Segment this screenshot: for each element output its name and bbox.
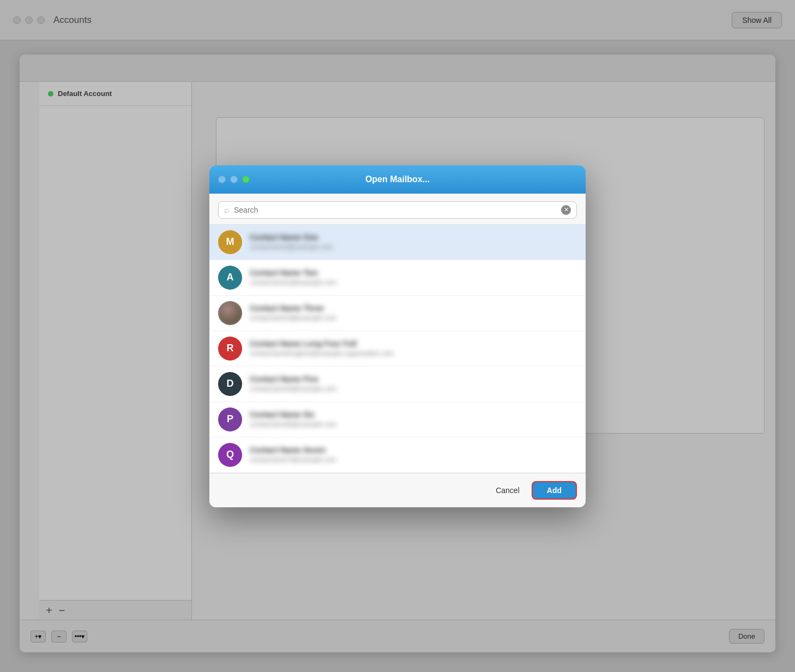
- dialog-maximize-button[interactable]: [242, 176, 250, 183]
- contact-info: Contact Name Three contactname3@example.…: [250, 304, 336, 322]
- dialog-footer: Cancel Add: [209, 473, 586, 507]
- contact-name: Contact Name Six: [250, 410, 336, 419]
- avatar: R: [218, 337, 242, 361]
- contact-item[interactable]: P Contact Name Six contactname6@example.…: [209, 402, 586, 437]
- contact-item[interactable]: A Contact Name Two contactname2@example.…: [209, 260, 586, 296]
- contact-list: M Contact Name One contactname@example.c…: [209, 225, 586, 473]
- contact-name: Contact Name Two: [250, 268, 336, 277]
- search-box: ⌕ ✕: [218, 201, 577, 219]
- dialog-minimize-button[interactable]: [230, 176, 238, 183]
- contact-email: contactname3@example.com: [250, 314, 336, 322]
- contact-item[interactable]: M Contact Name One contactname@example.c…: [209, 225, 586, 260]
- avatar: D: [218, 372, 242, 396]
- contact-email: contactname6@example.com: [250, 421, 336, 428]
- contact-name: Contact Name Five: [250, 375, 336, 383]
- search-icon: ⌕: [224, 205, 230, 215]
- avatar: [218, 301, 242, 325]
- avatar: A: [218, 266, 242, 290]
- contact-email: contactname2@example.com: [250, 279, 336, 286]
- cancel-button[interactable]: Cancel: [489, 483, 526, 498]
- contact-item[interactable]: Q Contact Name Seven contactname7@exampl…: [209, 437, 586, 473]
- contact-name: Contact Name Seven: [250, 446, 336, 454]
- add-button[interactable]: Add: [532, 481, 577, 500]
- dialog-close-button[interactable]: [218, 176, 226, 183]
- avatar: Q: [218, 443, 242, 467]
- contact-info: Contact Name Seven contactname7@example.…: [250, 446, 336, 464]
- modal-overlay: Open Mailbox... ⌕ ✕ M Contact Name One c…: [0, 0, 795, 672]
- dialog-titlebar: Open Mailbox...: [209, 165, 586, 194]
- search-input[interactable]: [234, 206, 557, 214]
- avatar: M: [218, 230, 242, 254]
- dialog-traffic-lights: [218, 176, 250, 183]
- contact-name: Contact Name One: [250, 233, 333, 242]
- contact-info: Contact Name Six contactname6@example.co…: [250, 410, 336, 428]
- contact-name: Contact Name Long Four Full: [250, 339, 394, 348]
- contact-item[interactable]: Contact Name Three contactname3@example.…: [209, 296, 586, 331]
- contact-info: Contact Name Two contactname2@example.co…: [250, 268, 336, 286]
- contact-info: Contact Name Long Four Full contactnamel…: [250, 339, 394, 357]
- avatar: P: [218, 407, 242, 431]
- contact-email: contactnamelongfour@example.organization…: [250, 350, 394, 357]
- search-clear-button[interactable]: ✕: [561, 205, 571, 215]
- contact-name: Contact Name Three: [250, 304, 336, 313]
- contact-item[interactable]: R Contact Name Long Four Full contactnam…: [209, 331, 586, 367]
- contact-info: Contact Name Five contactname5@example.c…: [250, 375, 336, 393]
- contact-email: contactname7@example.com: [250, 456, 336, 464]
- contact-email: contactname@example.com: [250, 243, 333, 251]
- contact-item[interactable]: D Contact Name Five contactname5@example…: [209, 367, 586, 402]
- open-mailbox-dialog: Open Mailbox... ⌕ ✕ M Contact Name One c…: [209, 165, 586, 507]
- contact-info: Contact Name One contactname@example.com: [250, 233, 333, 251]
- dialog-search-area: ⌕ ✕: [209, 194, 586, 225]
- dialog-title: Open Mailbox...: [365, 175, 430, 184]
- contact-email: contactname5@example.com: [250, 385, 336, 393]
